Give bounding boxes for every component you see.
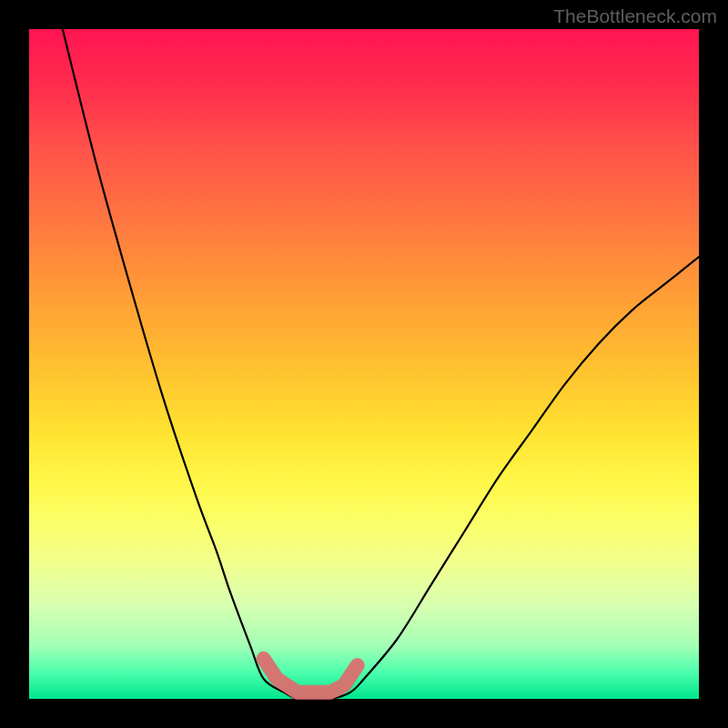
plot-area (29, 29, 699, 699)
bottleneck-curve (63, 29, 699, 700)
curve-svg (29, 29, 699, 699)
bottom-segment-markers (264, 659, 358, 693)
watermark-text: TheBottleneck.com (553, 5, 717, 27)
chart-frame: TheBottleneck.com (0, 0, 728, 728)
